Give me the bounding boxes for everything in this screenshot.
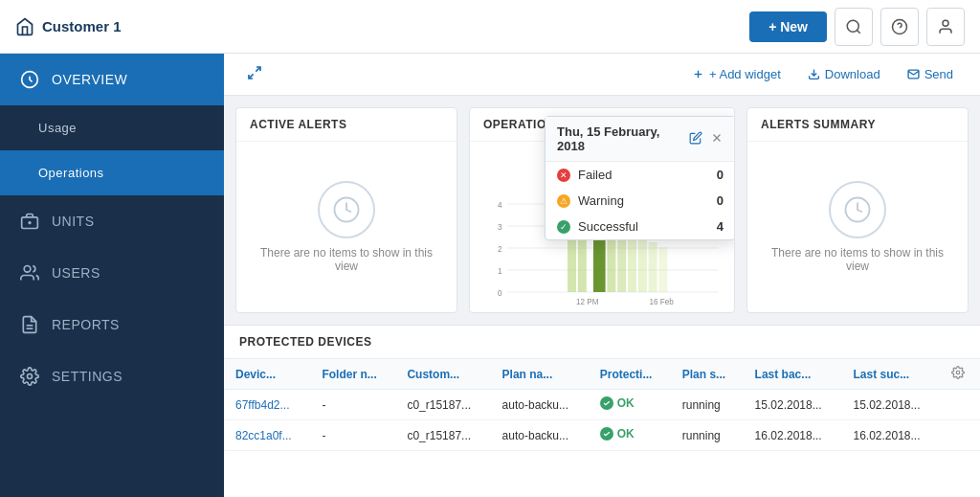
warning-label: Warning	[578, 193, 697, 208]
download-button[interactable]: Download	[796, 61, 892, 87]
close-tooltip-button[interactable]	[710, 131, 724, 147]
col-customer: Custom...	[395, 359, 490, 390]
device-link-1[interactable]: 67ffb4d2...	[235, 398, 290, 412]
add-icon	[692, 68, 704, 80]
col-last-backup: Last bac...	[744, 359, 842, 390]
edit-button[interactable]	[689, 131, 702, 147]
active-alerts-empty-icon	[318, 181, 375, 238]
svg-rect-39	[658, 247, 667, 292]
svg-text:16 Feb: 16 Feb	[650, 297, 674, 305]
svg-rect-38	[649, 242, 657, 292]
sidebar-item-reports[interactable]: REPORTS	[0, 299, 224, 350]
users-icon	[19, 262, 40, 283]
svg-text:4: 4	[498, 200, 502, 211]
alerts-summary-widget: ALERTS SUMMARY There are no items to sho…	[746, 107, 969, 313]
table-row: 82cc1a0f... - c0_r15187... auto-backu...…	[224, 420, 980, 451]
protection-ok-badge-1: OK	[600, 396, 635, 410]
last-backup-cell-2: 16.02.2018...	[744, 420, 842, 451]
sidebar-item-operations[interactable]: Operations	[0, 150, 224, 195]
table-settings-icon	[951, 366, 965, 379]
col-settings[interactable]	[940, 359, 980, 390]
svg-point-43	[957, 371, 961, 374]
new-button[interactable]: + New	[749, 11, 827, 42]
add-widget-button[interactable]: + Add widget	[680, 61, 792, 87]
last-success-cell-2: 16.02.2018...	[841, 420, 940, 451]
help-icon	[891, 18, 908, 35]
plan-status-cell-2: running	[671, 420, 744, 451]
user-button[interactable]	[926, 8, 965, 46]
content-area: + Add widget Download Send ACT	[224, 54, 980, 497]
last-backup-cell-1: 15.02.2018...	[744, 390, 842, 420]
sidebar-item-settings[interactable]: SETTINGS	[0, 350, 224, 402]
protection-cell-2: OK	[589, 420, 671, 451]
top-header: Customer 1 + New	[0, 0, 980, 54]
ok-label-2: OK	[617, 427, 635, 441]
customer-cell-2: c0_r15187...	[395, 420, 490, 451]
expand-button[interactable]	[239, 61, 270, 88]
row-settings-1	[940, 390, 980, 420]
alerts-summary-body: There are no items to show in this view	[747, 142, 968, 312]
sidebar-label-settings: SETTINGS	[52, 369, 122, 384]
folder-cell-2: -	[310, 420, 395, 451]
ok-label-1: OK	[617, 396, 635, 410]
send-icon	[907, 68, 920, 80]
toolbar: + Add widget Download Send	[224, 54, 980, 96]
sidebar-label-units: UNITS	[52, 214, 95, 229]
successful-value: 4	[704, 219, 724, 234]
download-icon	[808, 68, 820, 80]
device-cell-2: 82cc1a0f...	[224, 420, 310, 451]
col-folder: Folder n...	[310, 359, 395, 390]
row-settings-2	[940, 420, 980, 451]
plan-cell-1: auto-backu...	[491, 390, 589, 420]
failed-value: 0	[704, 168, 724, 182]
failed-label: Failed	[578, 168, 697, 182]
overview-icon	[19, 69, 40, 90]
help-button[interactable]	[880, 8, 919, 46]
svg-line-1	[857, 30, 859, 33]
search-button[interactable]	[835, 8, 873, 46]
settings-icon	[19, 366, 40, 387]
alerts-summary-header: ALERTS SUMMARY	[747, 108, 968, 142]
protected-devices-table: Devic... Folder n... Custom... Plan na..…	[224, 359, 980, 451]
device-link-2[interactable]: 82cc1a0f...	[235, 429, 292, 442]
col-device: Devic...	[224, 359, 310, 390]
send-label: Send	[924, 67, 953, 81]
table-row: 67ffb4d2... - c0_r15187... auto-backu...…	[224, 390, 980, 420]
active-alerts-widget: ACTIVE ALERTS There are no items to show…	[235, 107, 457, 313]
sidebar-item-units[interactable]: UNITS	[0, 195, 224, 247]
svg-text:0: 0	[498, 288, 502, 299]
active-alerts-header: ACTIVE ALERTS	[236, 108, 457, 142]
successful-dot: ✓	[557, 220, 570, 234]
warning-value: 0	[704, 193, 724, 208]
download-label: Download	[825, 67, 880, 81]
alerts-summary-empty-text: There are no items to show in this view	[759, 246, 956, 273]
table-body: 67ffb4d2... - c0_r15187... auto-backu...…	[224, 390, 980, 451]
svg-rect-37	[638, 237, 647, 292]
sidebar-item-overview[interactable]: OVERVIEW	[0, 54, 224, 105]
sidebar-label-usage: Usage	[38, 121, 77, 135]
failed-dot: ✕	[557, 169, 570, 182]
plan-cell-2: auto-backu...	[491, 420, 589, 451]
reports-icon	[19, 314, 40, 335]
svg-text:2: 2	[498, 244, 502, 255]
svg-point-4	[943, 20, 948, 26]
svg-text:1: 1	[498, 266, 502, 277]
plan-status-cell-1: running	[671, 390, 744, 420]
table-head: Devic... Folder n... Custom... Plan na..…	[224, 359, 980, 390]
col-last-success: Last suc...	[841, 359, 940, 390]
tooltip-header-actions	[689, 131, 724, 147]
col-protection: Protecti...	[589, 359, 671, 390]
svg-point-12	[28, 374, 33, 379]
svg-rect-36	[628, 233, 636, 292]
tooltip-row-successful: ✓ Successful 4	[546, 214, 735, 239]
operations-chart-widget: OPERATIONS Thu, 15 February, 2018	[469, 107, 735, 313]
logo-area: Customer 1	[15, 17, 749, 36]
svg-text:12 PM: 12 PM	[576, 297, 598, 305]
protected-devices-header: PROTECTED DEVICES	[224, 326, 980, 359]
send-button[interactable]: Send	[896, 61, 965, 87]
active-alerts-body: There are no items to show in this view	[236, 142, 457, 312]
sidebar-item-usage[interactable]: Usage	[0, 105, 224, 150]
sidebar-label-overview: OVERVIEW	[52, 72, 127, 87]
home-icon	[15, 17, 34, 36]
sidebar-item-users[interactable]: USERS	[0, 247, 224, 299]
